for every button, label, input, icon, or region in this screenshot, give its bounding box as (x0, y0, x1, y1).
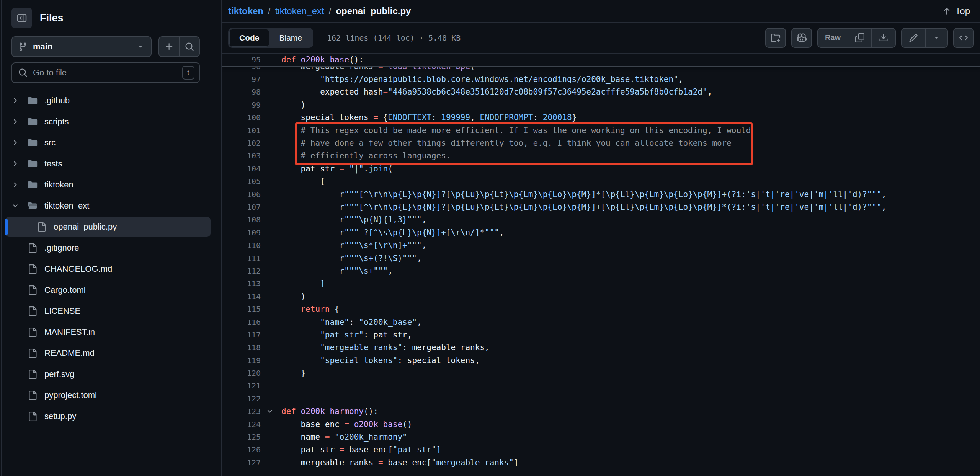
code-text: expected_hash="446a9538cb6c348e3516120d7… (281, 87, 712, 96)
tree-item-openai-public-py[interactable]: openai_public.py (5, 217, 211, 237)
line-number[interactable]: 120 (222, 368, 281, 378)
code-text: def o200k_harmony(): (281, 407, 378, 416)
chevron-right-icon[interactable] (11, 139, 28, 147)
line-number[interactable]: 97 (222, 75, 281, 84)
collapse-region-chevron-icon[interactable] (266, 408, 274, 415)
chevron-right-icon[interactable] (11, 118, 28, 126)
tree-item-readme-md[interactable]: README.md (5, 343, 211, 363)
chevron-down-icon[interactable] (11, 202, 28, 210)
line-number[interactable]: 105 (222, 177, 281, 186)
symbols-button[interactable] (953, 28, 974, 48)
breadcrumb-repo-link[interactable]: tiktoken (228, 6, 263, 16)
code-line: 99 ) (222, 98, 980, 111)
branch-selector[interactable]: main (11, 36, 152, 57)
line-number[interactable]: 119 (222, 356, 281, 365)
line-number[interactable]: 115 (222, 305, 281, 314)
line-number[interactable]: 102 (222, 139, 281, 148)
code-line: 127 mergeable_ranks = base_enc["mergeabl… (222, 456, 980, 469)
line-number[interactable]: 101 (222, 126, 281, 135)
code-line: 102 # have done a few other things diffe… (222, 137, 980, 149)
code-line: 104 pat_str = "|".join( (222, 162, 980, 175)
folder-icon (28, 159, 38, 169)
line-number[interactable]: 108 (222, 215, 281, 224)
tree-item-license[interactable]: LICENSE (5, 301, 211, 321)
code-text: r"""\s+(?!\S)""", (281, 254, 422, 263)
line-number[interactable]: 122 (222, 394, 281, 403)
line-number[interactable]: 121 (222, 381, 281, 390)
tab-blame[interactable]: Blame (270, 29, 312, 47)
tree-item-scripts[interactable]: scripts (5, 112, 211, 132)
line-number[interactable]: 98 (222, 87, 281, 96)
tree-item-manifest-in[interactable]: MANIFEST.in (5, 322, 211, 342)
sticky-scope-line: 95def o200k_base(): (222, 54, 980, 67)
code-text: # have done a few other things different… (281, 139, 732, 148)
tree-item-label: tiktoken_ext (44, 201, 89, 211)
copilot-button[interactable] (791, 28, 812, 48)
line-number[interactable]: 111 (222, 254, 281, 263)
sidebar-header: Files (11, 8, 64, 28)
edit-file-button[interactable] (902, 29, 925, 47)
tab-code[interactable]: Code (229, 29, 270, 47)
code-line: 97 "https://openaipublic.blob.core.windo… (222, 73, 980, 85)
line-number[interactable]: 106 (222, 190, 281, 199)
file-icon (37, 222, 47, 232)
line-number[interactable]: 110 (222, 241, 281, 250)
line-number[interactable]: 125 (222, 432, 281, 442)
line-number[interactable]: 99 (222, 100, 281, 109)
tree-item-tiktoken[interactable]: tiktoken (5, 175, 211, 195)
line-number[interactable]: 107 (222, 202, 281, 212)
code-line: 103 # efficiently across languages. (222, 150, 980, 162)
line-number[interactable]: 124 (222, 420, 281, 429)
tree-item-label: pyproject.toml (44, 390, 97, 400)
tree-item--gitignore[interactable]: .gitignore (5, 238, 211, 258)
line-number[interactable]: 95 (222, 55, 281, 64)
line-number[interactable]: 127 (222, 458, 281, 467)
open-workspace-button[interactable] (765, 28, 786, 48)
new-file-button[interactable] (159, 37, 179, 56)
tree-item-tests[interactable]: tests (5, 154, 211, 174)
chevron-right-icon[interactable] (11, 181, 28, 189)
tree-item-label: MANIFEST.in (44, 327, 95, 337)
line-number[interactable]: 116 (222, 318, 281, 327)
line-number[interactable]: 123 (222, 407, 281, 416)
go-to-file-input[interactable]: Go to file t (11, 62, 200, 83)
code-line: 116 "name": "o200k_base", (222, 316, 980, 328)
back-to-top-link[interactable]: Top (942, 6, 970, 16)
line-number[interactable]: 117 (222, 330, 281, 339)
file-icon (28, 412, 38, 421)
breadcrumb-separator: / (329, 6, 332, 16)
line-number[interactable]: 112 (222, 266, 281, 275)
line-number[interactable]: 118 (222, 343, 281, 352)
code-line: 118 "mergeable_ranks": mergeable_ranks, (222, 341, 980, 354)
line-number[interactable]: 100 (222, 113, 281, 122)
tree-item--github[interactable]: .github (5, 91, 211, 111)
tree-item-cargo-toml[interactable]: Cargo.toml (5, 280, 211, 300)
line-number[interactable]: 109 (222, 228, 281, 237)
line-number[interactable]: 104 (222, 164, 281, 173)
download-button[interactable] (871, 29, 895, 47)
chevron-right-icon[interactable] (11, 97, 28, 104)
tree-item-pyproject-toml[interactable]: pyproject.toml (5, 385, 211, 405)
code-text: r"""[^\r\n\p{L}\p{N}]?[\p{Lu}\p{Lt}\p{Lm… (281, 190, 886, 199)
raw-button[interactable]: Raw (818, 29, 848, 47)
tree-item-tiktoken-ext[interactable]: tiktoken_ext (5, 196, 211, 216)
tree-item-changelog-md[interactable]: CHANGELOG.md (5, 259, 211, 279)
breadcrumb-file-name: openai_public.py (336, 6, 411, 16)
tree-item-setup-py[interactable]: setup.py (5, 406, 211, 426)
edit-dropdown-button[interactable] (925, 29, 947, 47)
search-tree-button[interactable] (179, 37, 199, 56)
breadcrumb-dir-link[interactable]: tiktoken_ext (275, 6, 324, 16)
line-number[interactable]: 114 (222, 292, 281, 301)
tree-item-src[interactable]: src (5, 133, 211, 153)
line-number[interactable]: 113 (222, 279, 281, 288)
line-number[interactable]: 126 (222, 445, 281, 454)
tree-item-label: src (44, 138, 56, 148)
collapse-sidebar-button[interactable] (11, 8, 32, 28)
code-line: 120 } (222, 367, 980, 379)
line-number[interactable]: 103 (222, 151, 281, 160)
code-line: 100 special_tokens = {ENDOFTEXT: 199999,… (222, 111, 980, 124)
copy-raw-button[interactable] (848, 29, 871, 47)
chevron-right-icon[interactable] (11, 160, 28, 168)
tree-item-perf-svg[interactable]: perf.svg (5, 364, 211, 384)
code-text: base_enc = o200k_base() (281, 420, 412, 429)
